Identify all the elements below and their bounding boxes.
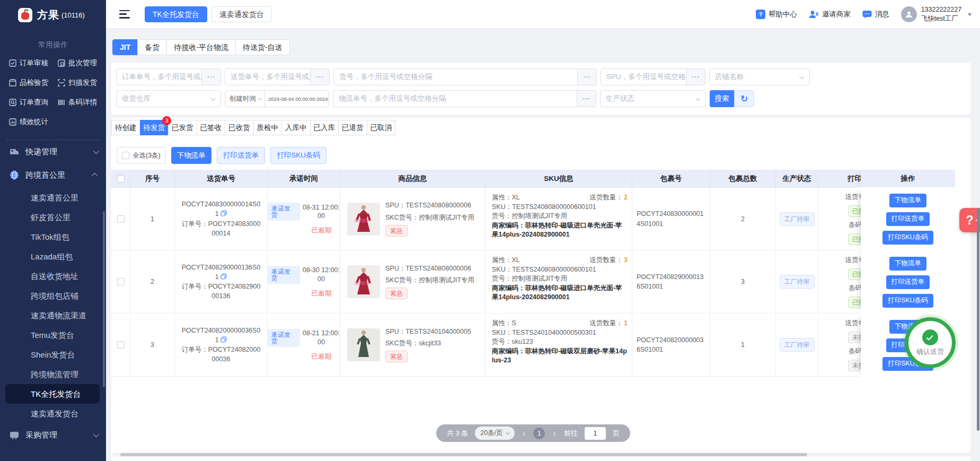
print-sku-barcode-button[interactable]: 打印SKU条码 <box>270 147 326 164</box>
create-logistics-button[interactable]: 下物流单 <box>889 257 926 271</box>
status-tab-shipped[interactable]: 已发货 <box>168 120 197 135</box>
more-input-icon[interactable]: ⋯ <box>686 69 705 85</box>
quick-link-order-search[interactable]: 订单查询 <box>9 98 58 107</box>
status-tab-qc[interactable]: 质检中 <box>253 120 282 135</box>
create-logistics-button[interactable]: 下物流单 <box>171 147 211 164</box>
shop-name-select[interactable]: 店铺名称 <box>709 68 810 85</box>
sidebar-item-aliexpress-firstmile[interactable]: 速卖通首公里 <box>5 188 100 207</box>
status-tab-cancelled[interactable]: 已取消 <box>367 120 396 135</box>
production-status-select[interactable]: 生产状态 <box>600 90 706 107</box>
status-tab-signed[interactable]: 已签收 <box>197 120 226 135</box>
tab-stock[interactable]: 备货 <box>137 39 167 55</box>
row-checkbox[interactable] <box>117 341 125 349</box>
row-checkbox[interactable] <box>117 278 125 285</box>
sidebar-item-crossborder-logistics[interactable]: 跨境物流管理 <box>5 364 100 384</box>
item-no-input[interactable]: 货号，多个用逗号或空格分隔 ⋯ <box>333 68 597 85</box>
sidebar-item-tiktok-pack[interactable]: TikTok组包 <box>5 227 100 247</box>
collapse-menu-icon[interactable] <box>119 10 130 19</box>
delivery-qty: 送货数量：1 <box>590 319 628 328</box>
horizontal-scrollbar[interactable] <box>112 453 980 457</box>
quick-link-performance[interactable]: 绩效统计 <box>9 117 58 127</box>
user-menu[interactable]: 13322222227 飞快test工厂 ▼ <box>901 5 973 23</box>
urgent-tag: 紧急 <box>385 288 408 299</box>
warehouse-select[interactable]: 收货仓库 <box>116 90 221 107</box>
delivery-no-input[interactable]: 送货单号，多个用逗号或空格分隔 ⋯ <box>225 68 330 85</box>
refresh-button[interactable]: ↻ <box>734 90 754 107</box>
more-input-icon[interactable]: ⋯ <box>577 69 596 85</box>
current-page[interactable]: 1 <box>533 428 545 439</box>
page-tab-aliexpress-console[interactable]: 速卖通发货台 <box>211 6 272 22</box>
more-input-icon[interactable]: ⋯ <box>201 69 220 85</box>
tab-pickup-platform[interactable]: 待揽收-平台物流 <box>166 39 236 55</box>
status-tab-to-ship[interactable]: 待发货 3 <box>140 120 169 135</box>
next-page-button[interactable]: › <box>552 428 557 439</box>
sidebar-item-shein-console[interactable]: Shein发货台 <box>5 345 100 364</box>
sidebar-item-tk-console[interactable]: TK全托发货台 <box>5 384 100 404</box>
tab-jit[interactable]: JIT <box>112 39 138 55</box>
confirm-delivery-button[interactable]: 确认送货 <box>905 317 956 368</box>
print-delivery-note-button[interactable]: 打印送货单 <box>886 212 930 226</box>
svg-text:?: ? <box>758 11 762 18</box>
sidebar-item-lazada-pack[interactable]: Lazada组包 <box>5 247 100 266</box>
create-logistics-button[interactable]: 下物流单 <box>889 194 926 207</box>
more-input-icon[interactable]: ⋯ <box>577 91 596 107</box>
copy-icon[interactable] <box>220 210 227 216</box>
sidebar-item-aliexpress-logistics[interactable]: 速卖通物流渠道 <box>5 306 100 325</box>
status-tab-returned[interactable]: 已退货 <box>338 120 367 135</box>
messages-link[interactable]: 消息 <box>862 10 889 19</box>
prev-page-button[interactable]: ‹ <box>522 428 527 439</box>
copy-icon[interactable] <box>220 273 227 280</box>
sidebar-item-self-delivery-address[interactable]: 自送收货地址 <box>5 266 100 286</box>
status-tab-to-create[interactable]: 待创建 <box>111 120 140 135</box>
select-all-checkbox[interactable]: 全选(3条) <box>117 147 166 164</box>
sidebar-menu-express[interactable]: 快递管理 <box>0 140 106 163</box>
search-button[interactable]: 搜索 <box>710 90 734 107</box>
sidebar-item-shopee-firstmile[interactable]: 虾皮首公里 <box>5 207 100 227</box>
copy-icon[interactable] <box>220 336 227 343</box>
goto-page-input[interactable]: 1 <box>585 427 606 440</box>
vertical-scrollbar-thumb[interactable] <box>977 208 979 431</box>
tab-self-delivery[interactable]: 待送货-自送 <box>235 39 290 55</box>
checkbox-icon[interactable] <box>117 175 125 182</box>
svg-text:测试图片: 测试图片 <box>355 281 369 285</box>
row-seq: 3 <box>130 314 175 377</box>
print-delivery-note-button[interactable]: 打印送货单 <box>217 147 266 164</box>
row-checkbox[interactable] <box>117 215 125 223</box>
brand-logo: 方果 (10116) <box>0 0 106 22</box>
table-header: 序号 送货单号 承诺时间 商品信息 SKU信息 包裹号 包裹总数 生产状态 打印… <box>111 170 955 187</box>
sidebar-item-temu-console[interactable]: Temu发货台 <box>5 325 100 345</box>
status-tab-inbound[interactable]: 已入库 <box>310 120 339 135</box>
quick-link-batch-manage[interactable]: 批次管理 <box>58 58 103 68</box>
sidebar-menu-purchase[interactable]: 采购管理 <box>0 423 106 447</box>
goto-label: 前往 <box>564 429 578 438</box>
goto-unit: 页 <box>613 429 620 438</box>
sidebar-menu-crossborder[interactable]: 跨境首公里 <box>0 163 106 187</box>
quick-link-order-audit[interactable]: 订单审核 <box>9 58 58 68</box>
quick-link-barcode-detail[interactable]: 条码详情 <box>58 98 103 107</box>
sidebar-item-aliexpress-console[interactable]: 速卖通发货台 <box>5 404 100 423</box>
created-time-range[interactable]: 创建时间 2024-08-04 00:00:00-2024-09-02 23:5… <box>225 90 329 107</box>
status-tab-received[interactable]: 已收货 <box>225 120 254 135</box>
checkbox-icon[interactable] <box>122 152 129 159</box>
overdue-label: 已逾期 <box>312 289 332 298</box>
sidebar-scrollbar[interactable] <box>103 211 105 387</box>
horizontal-scrollbar-thumb[interactable] <box>120 453 807 456</box>
print-delivery-note-button[interactable]: 打印送货单 <box>886 275 930 289</box>
status-tab-inbounding[interactable]: 入库中 <box>281 120 311 135</box>
spu-input[interactable]: SPU，多个用逗号或空格分隔 ⋯ <box>601 68 705 85</box>
quick-link-scan-ship[interactable]: 扫描发货 <box>58 78 103 88</box>
invite-merchant-link[interactable]: 邀请商家 <box>809 10 851 19</box>
quick-link-quality-check[interactable]: 品检验货 <box>9 78 58 88</box>
page-size-select[interactable]: 20条/页 <box>475 427 514 440</box>
more-input-icon[interactable]: ⋯ <box>310 69 329 85</box>
order-no-input[interactable]: 订单单号，多个用逗号或空格分隔 ⋯ <box>116 68 221 85</box>
page-tab-tk-console[interactable]: TK全托发货台 <box>145 6 207 22</box>
print-sku-barcode-button[interactable]: 打印SKU条码 <box>882 231 933 245</box>
product-image: 测试图片 <box>347 203 380 236</box>
date-range-value[interactable]: 2024-08-04 00:00:00-2024-09-02 23:59:59 <box>265 96 329 102</box>
help-center-link[interactable]: ? 帮助中心 <box>756 10 797 19</box>
sidebar-item-crossborder-pack-shop[interactable]: 跨境组包店铺 <box>5 286 100 306</box>
svg-text:测试图片: 测试图片 <box>355 219 369 223</box>
print-sku-barcode-button[interactable]: 打印SKU条码 <box>882 294 933 308</box>
tracking-no-input[interactable]: 物流单号，多个用逗号或空格分隔 ⋯ <box>333 90 596 107</box>
